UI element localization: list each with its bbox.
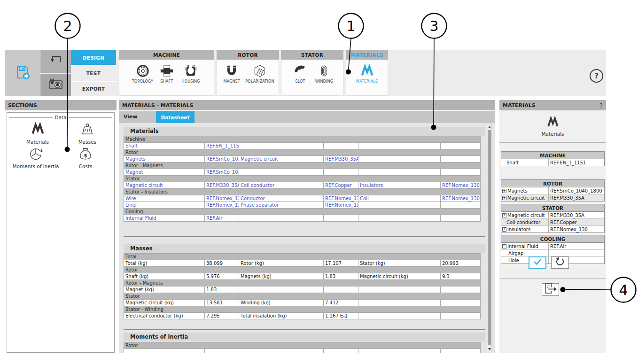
callout-number: 2 — [63, 18, 72, 34]
table-cell: Shaft (kg) — [124, 273, 205, 280]
table-cell: REF.Nomex_130 — [441, 195, 481, 202]
reset-button[interactable] — [551, 256, 569, 269]
table-cell: 5.976 — [205, 273, 239, 280]
expand-plus-icon[interactable]: + — [502, 213, 506, 217]
table-cell: 1.167 E-1 — [324, 313, 358, 319]
table-cell — [358, 143, 441, 149]
tool-magnet[interactable]: MAGNET — [221, 64, 242, 84]
material-reference-value: REF.Nomex_130 — [549, 226, 604, 232]
scroll-up-arrow[interactable] — [488, 126, 491, 128]
tool-winding[interactable]: WINDING — [314, 64, 335, 84]
table-group-row: Total — [124, 254, 481, 260]
scrollbar-thumb[interactable] — [488, 130, 491, 345]
tool-label: MAGNET — [224, 79, 241, 84]
apply-button[interactable] — [529, 256, 546, 269]
masses-icon — [80, 122, 94, 136]
table-cell — [441, 143, 481, 149]
section-item-masses[interactable]: Masses — [62, 122, 112, 145]
datasheet-content: MaterialsMachineShaftREF.EN_1_1151RotorM… — [119, 123, 495, 353]
tab-datasheet[interactable]: Datasheet — [156, 111, 195, 123]
material-reference-value: REF.Copper — [549, 219, 604, 225]
mode-tab-test[interactable]: TEST — [71, 66, 116, 80]
table-cell: 13.581 — [205, 300, 239, 306]
materials-icon — [31, 122, 45, 136]
material-part-name: Airgap — [508, 251, 523, 256]
material-assignment-row[interactable]: Coil conductorREF.Copper — [501, 219, 604, 226]
vertical-scrollbar[interactable] — [487, 124, 492, 352]
return-arrow-button[interactable] — [40, 50, 71, 73]
table-cell: Coil conductor — [239, 182, 324, 189]
table-cell: REF.Nomex_130 — [324, 202, 358, 209]
tool-housing[interactable]: HOUSING — [180, 64, 201, 84]
table-cell — [324, 169, 358, 176]
table-group-row: Stator - Insulators — [124, 189, 481, 195]
toolbar-group-rotor: ROTORMAGNETPOLARIZATION — [217, 50, 279, 96]
section-item-moments-of-inertia[interactable]: Moments of inertia — [11, 147, 61, 169]
expand-plus-icon[interactable]: + — [502, 196, 506, 200]
mode-tab-export[interactable]: EXPORT — [71, 82, 116, 96]
collapse-minus-icon[interactable]: − — [502, 244, 506, 248]
table-row[interactable]: Magnetic circuitREF.M330_35ACoil conduct… — [124, 182, 481, 189]
table-group-row: Rotor — [124, 149, 481, 156]
table-cell: Total (kg) — [124, 260, 205, 267]
table-group-label: Cooling — [124, 209, 481, 215]
material-reference-value: REF.SmCo_1040_1800 — [549, 187, 604, 194]
table-cell — [358, 313, 441, 319]
material-assignment-row[interactable]: −Internal FluidREF.Air — [501, 243, 604, 250]
tab-view[interactable]: View — [124, 111, 138, 123]
save-button[interactable] — [5, 50, 40, 96]
help-button[interactable]: ? — [590, 69, 603, 83]
table-group-label: Total — [124, 254, 481, 260]
expand-plus-icon[interactable]: + — [502, 227, 506, 232]
materials-section-badge: Materials — [499, 116, 606, 137]
export-report-button[interactable] — [542, 283, 559, 296]
toolbar-group-title: ROTOR — [217, 50, 279, 60]
table-cell — [324, 287, 358, 293]
material-part-label: −Internal Fluid — [501, 243, 549, 249]
material-assignment-row[interactable]: +Magnetic circuitREF.M330_35A — [501, 194, 604, 201]
tool-topology[interactable]: TOPOLOGY — [132, 64, 153, 84]
section-item-materials[interactable]: Materials — [13, 122, 62, 145]
material-assignment-row[interactable]: ShaftREF.EN_1_1151 — [501, 159, 604, 166]
callout-number: 4 — [619, 282, 628, 298]
table-cell: REF.SmCo_10... — [205, 156, 239, 163]
table-row[interactable]: MagnetREF.SmCo_10... — [124, 169, 481, 176]
material-assignment-row[interactable]: +MagnetsREF.SmCo_1040_1800 — [501, 187, 604, 194]
section-item-costs[interactable]: $Costs — [61, 147, 110, 169]
materials-group-title: MACHINE — [501, 152, 604, 159]
material-assignment-row[interactable]: +InsulatorsREF.Nomex_130 — [501, 226, 604, 232]
scroll-down-arrow[interactable] — [488, 348, 491, 350]
material-assignment-row[interactable]: Airgap — [501, 250, 604, 257]
panel-help-button[interactable]: ? — [599, 102, 603, 109]
material-assignment-row[interactable]: +Magnetic circuitREF.M330_35A — [501, 212, 604, 219]
datasheet-section-heading: Masses — [124, 244, 485, 253]
table-group-label: Rotor - Magnets — [124, 280, 481, 287]
sections-panel-header: SECTIONS — [5, 100, 117, 110]
export-document-icon — [543, 283, 558, 296]
table-row[interactable]: LinerREF.Nomex_130Phase separatorREF.Nom… — [124, 202, 481, 209]
table-row: Magnetic circuit (kg)13.581Winding (kg)7… — [124, 300, 481, 306]
table-row[interactable]: WireREF.Nomex_130ConductorREF.Nomex_130C… — [124, 195, 481, 202]
magnet-icon — [225, 64, 239, 78]
table-cell: Phase separator — [239, 202, 324, 209]
expand-plus-icon[interactable]: + — [502, 189, 506, 193]
table-row[interactable]: Internal FluidREF.Air — [124, 215, 481, 222]
table-cell: Stator (kg) — [358, 260, 441, 267]
toolbar-group-title: MACHINE — [119, 50, 214, 60]
tool-materials[interactable]: MATERIALS — [356, 64, 378, 84]
table-cell: REF.Nomex_130 — [441, 182, 481, 189]
tool-shaft[interactable]: SHAFT — [156, 64, 177, 84]
table-cell — [205, 349, 239, 354]
screenshot-button[interactable] — [40, 74, 71, 96]
table-cell: Internal Fluid — [124, 215, 205, 222]
table-cell — [441, 300, 481, 306]
mode-tab-design[interactable]: DESIGN — [71, 50, 116, 65]
table-row[interactable]: MagnetsREF.SmCo_10...Magnetic circuitREF… — [124, 156, 481, 163]
svg-text:$: $ — [84, 153, 87, 158]
toolbar-group-body: MATERIALS — [346, 60, 388, 96]
tool-polarization[interactable]: POLARIZATION — [245, 64, 274, 84]
table-row[interactable]: ShaftREF.EN_1_1151 — [124, 143, 481, 149]
material-part-label: Coil conductor — [501, 219, 549, 225]
callout-circle — [339, 14, 364, 39]
tool-slot[interactable]: SLOT — [290, 64, 311, 84]
